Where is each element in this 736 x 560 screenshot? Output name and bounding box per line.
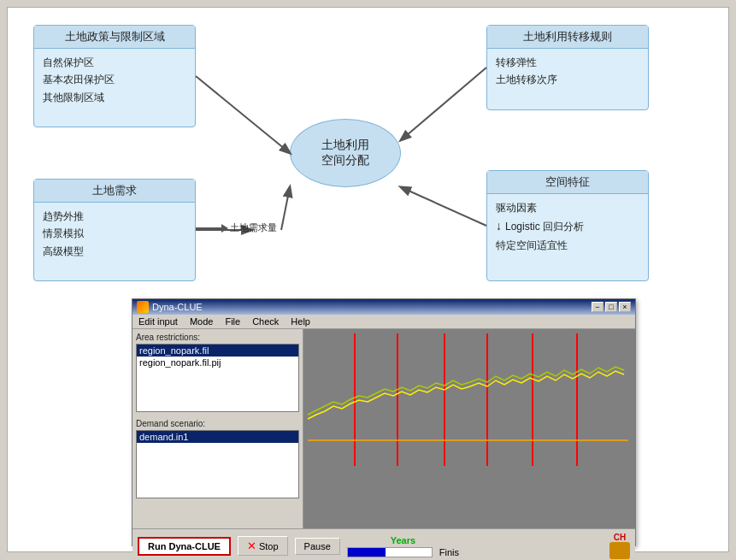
policy-item-2: 基本农田保护区 [43,71,186,88]
demand-item-3: 高级模型 [43,243,186,260]
demand-scenario-label: Demand scenario: [136,419,299,428]
controls-row: Run Dyna-CLUE ✕ Stop Pause Years Finis [138,533,630,559]
spatial-item-3: 特定空间适宜性 [496,237,639,254]
svg-line-0 [196,76,290,153]
demand-list-item-0[interactable]: demand.in1 [137,431,298,443]
years-bar-row: Finis [347,547,459,557]
years-label: Years [391,535,415,545]
svg-line-1 [401,68,486,140]
spatial-box-content: 驱动因素 ↓ Logistic 回归分析 特定空间适宜性 [487,194,648,260]
demand-item-2: 情景模拟 [43,225,186,242]
ch-label: CH [614,533,626,542]
demand-box-title: 土地需求 [34,180,195,203]
area-list-item-1[interactable]: region_nopark.fil.pij [137,357,298,368]
menu-check[interactable]: Check [250,315,281,327]
spatial-item-2-row: ↓ Logistic 回归分析 [496,216,639,237]
area-restrictions-label: Area restrictions: [136,333,299,342]
menu-help[interactable]: Help [288,315,313,327]
years-progress-bg [347,547,433,557]
svg-line-4 [401,187,486,226]
dyna-titlebar: Dyna-CLUE − □ × [132,299,635,315]
policy-item-3: 其他限制区域 [43,89,186,106]
demand-box: 土地需求 趋势外推 情景模拟 高级模型 [33,179,196,281]
ch-icon [609,542,630,559]
titlebar-left: Dyna-CLUE [137,301,203,313]
chart-area [303,329,635,528]
spatial-item-2: Logistic 回归分析 [505,218,584,235]
diagram-area: 土地政策与限制区域 自然保护区 基本农田保护区 其他限制区域 土地利用转移规则 … [8,8,728,315]
minimize-button[interactable]: − [592,302,604,312]
transfer-item-1: 转移弹性 [496,54,639,71]
transfer-item-2: 土地转移次序 [496,71,639,88]
policy-item-1: 自然保护区 [43,54,186,71]
area-list-item-0[interactable]: region_nopark.fil [137,345,298,357]
menu-file[interactable]: File [222,315,243,327]
chart-svg [303,329,635,528]
policy-box-title: 土地政策与限制区域 [34,26,195,49]
transfer-rules-title: 土地利用转移规则 [487,26,648,49]
down-arrow-icon: ↓ [496,216,502,237]
policy-box: 土地政策与限制区域 自然保护区 基本农田保护区 其他限制区域 [33,25,196,127]
years-progress-fill [348,548,386,557]
spatial-box: 空间特征 驱动因素 ↓ Logistic 回归分析 特定空间适宜性 [486,170,649,281]
center-line1: 土地利用 [321,138,369,153]
svg-line-3 [281,187,290,230]
demand-quantity-label: 土地需求量 [196,221,277,234]
demand-item-1: 趋势外推 [43,208,186,225]
run-button[interactable]: Run Dyna-CLUE [138,537,231,556]
dyna-clue-window: Dyna-CLUE − □ × Edit input Mode File Che… [132,298,636,546]
close-button[interactable]: × [619,302,631,312]
window-title: Dyna-CLUE [152,302,203,312]
bottom-controls: Run Dyna-CLUE ✕ Stop Pause Years Finis [132,528,635,560]
demand-scenario-section: Demand scenario: demand.in1 [136,419,299,498]
area-restrictions-section: Area restrictions: region_nopark.fil reg… [136,333,299,412]
left-panel: Area restrictions: region_nopark.fil reg… [132,329,303,528]
center-line2: 空间分配 [321,153,369,168]
app-icon [137,301,149,313]
spatial-box-title: 空间特征 [487,171,648,194]
dyna-content: Area restrictions: region_nopark.fil reg… [132,329,635,528]
transfer-rules-content: 转移弹性 土地转移次序 [487,49,648,94]
stop-button[interactable]: ✕ Stop [238,536,288,556]
finis-label: Finis [439,547,459,557]
demand-scenario-list[interactable]: demand.in1 [136,430,299,498]
menu-edit-input[interactable]: Edit input [136,315,180,327]
main-container: 土地政策与限制区域 自然保护区 基本农田保护区 其他限制区域 土地利用转移规则 … [7,7,729,552]
ch-section: CH [609,533,630,559]
center-ellipse: 土地利用 空间分配 [290,119,401,187]
demand-box-content: 趋势外推 情景模拟 高级模型 [34,203,195,265]
dyna-menubar: Edit input Mode File Check Help [132,315,635,329]
area-restrictions-list[interactable]: region_nopark.fil region_nopark.fil.pij [136,344,299,412]
stop-x-icon: ✕ [247,539,256,552]
transfer-rules-box: 土地利用转移规则 转移弹性 土地转移次序 [486,25,649,110]
years-section: Years Finis [347,535,459,557]
window-controls: − □ × [592,302,631,312]
stop-label: Stop [259,541,279,551]
policy-box-content: 自然保护区 基本农田保护区 其他限制区域 [34,49,195,111]
maximize-button[interactable]: □ [605,302,617,312]
pause-button[interactable]: Pause [295,538,340,555]
spatial-item-1: 驱动因素 [496,199,639,216]
menu-mode[interactable]: Mode [187,315,216,327]
